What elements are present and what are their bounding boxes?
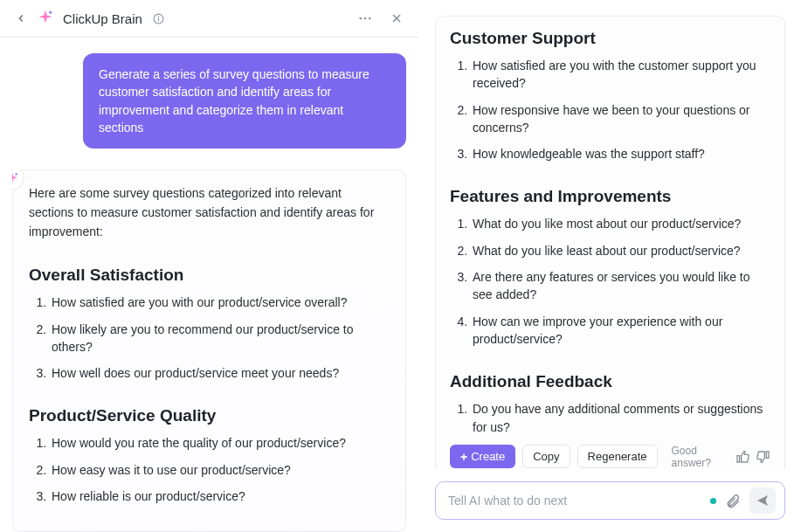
thumbs-up-icon[interactable] <box>735 448 749 466</box>
back-button[interactable] <box>12 10 30 27</box>
response-actions: + Create Copy Regenerate Good answer? <box>450 445 770 469</box>
question-list: How would you rate the quality of our pr… <box>29 434 390 505</box>
list-item: How satisfied are you with the customer … <box>471 57 770 93</box>
svg-point-4 <box>364 17 367 20</box>
ai-response-card-right: Customer Support How satisfied are you w… <box>435 16 785 469</box>
svg-point-2 <box>158 16 159 17</box>
section-title: Features and Improvements <box>450 187 770 206</box>
list-item: What do you like most about our product/… <box>471 215 770 232</box>
status-dot-icon <box>710 498 716 504</box>
ai-prompt-input[interactable] <box>448 494 701 508</box>
copy-button[interactable]: Copy <box>522 445 570 468</box>
section-title: Product/Service Quality <box>29 406 390 425</box>
list-item: How knowledgeable was the support staff? <box>471 145 770 162</box>
svg-point-3 <box>359 17 362 20</box>
list-item: Do you have any additional comments or s… <box>471 400 770 436</box>
question-list: What do you like most about our product/… <box>450 215 770 348</box>
thumbs-down-icon[interactable] <box>756 448 770 466</box>
list-item: How easy was it to use our product/servi… <box>50 461 390 479</box>
list-item: What do you like least about our product… <box>471 242 770 259</box>
list-item: How well does our product/service meet y… <box>50 364 390 382</box>
list-item: How can we improve your experience with … <box>471 313 770 349</box>
list-item: How satisfied are you with our product/s… <box>50 294 390 311</box>
send-button[interactable] <box>749 487 776 514</box>
create-label: Create <box>471 450 505 463</box>
regenerate-button[interactable]: Regenerate <box>577 445 658 468</box>
section-title: Customer Support <box>450 29 770 48</box>
section-title: Overall Satisfaction <box>29 266 390 285</box>
plus-icon: + <box>460 451 467 463</box>
list-item: How likely are you to recommend our prod… <box>50 321 390 356</box>
app-title: ClickUp Brain <box>63 11 142 26</box>
ai-response-card: Here are some survey questions categoriz… <box>12 169 406 532</box>
list-item: How would you rate the quality of our pr… <box>50 434 390 452</box>
user-prompt-bubble: Generate a series of survey questions to… <box>83 53 406 149</box>
response-intro: Here are some survey questions categoriz… <box>29 184 390 241</box>
list-item: How responsive have we been to your ques… <box>471 101 770 137</box>
header: ClickUp Brain <box>0 0 418 38</box>
svg-point-5 <box>369 17 371 20</box>
section-title: Additional Feedback <box>450 372 770 391</box>
question-list: How satisfied are you with our product/s… <box>29 294 390 382</box>
good-answer-label: Good answer? <box>672 445 725 469</box>
more-options-icon[interactable] <box>356 9 375 28</box>
attachment-icon[interactable] <box>725 493 741 508</box>
question-list: Do you have any additional comments or s… <box>450 400 770 436</box>
list-item: Are there any features or services you w… <box>471 268 770 304</box>
list-item: How reliable is our product/service? <box>50 487 390 505</box>
info-icon[interactable] <box>153 13 164 24</box>
close-icon[interactable] <box>387 9 406 28</box>
ai-input-bar[interactable] <box>435 481 785 520</box>
ai-sparkle-icon <box>37 9 56 28</box>
create-button[interactable]: + Create <box>450 445 515 468</box>
question-list: How satisfied are you with the customer … <box>450 57 770 162</box>
